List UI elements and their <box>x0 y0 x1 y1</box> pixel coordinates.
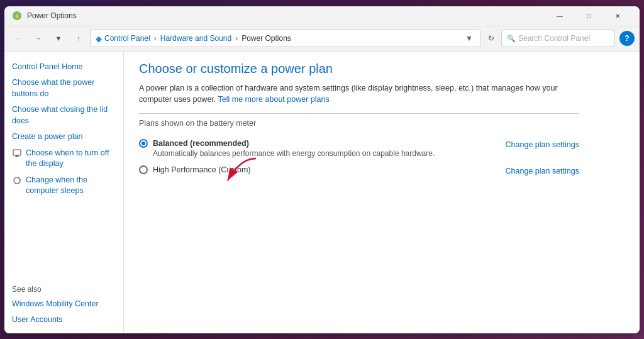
svg-text:⚡: ⚡ <box>13 12 21 20</box>
plan-balanced-desc: Automatically balances performance with … <box>139 149 435 158</box>
breadcrumb-sep-1: › <box>154 34 157 43</box>
sidebar-item-turn-off-display[interactable]: Choose when to turn off the display <box>4 145 123 172</box>
minimize-button[interactable]: — <box>545 6 574 26</box>
close-button[interactable]: ✕ <box>603 6 632 26</box>
plan-row-balanced: Balanced (recommended) Automatically bal… <box>139 135 579 162</box>
help-button[interactable]: ? <box>619 31 635 46</box>
radio-balanced[interactable] <box>139 139 148 148</box>
breadcrumb-current: Power Options <box>242 34 291 43</box>
svg-rect-2 <box>13 150 21 155</box>
tell-me-more-link[interactable]: Tell me more about power plans <box>218 95 330 104</box>
see-also-label: See also <box>4 275 123 296</box>
up-button[interactable]: ↑ <box>70 30 87 47</box>
shield-icon: ◆ <box>96 34 102 43</box>
window-icon: ⚡ <box>12 11 22 21</box>
divider <box>139 113 579 114</box>
address-bar: ← → ▼ ↑ ◆ Control Panel › Hardware and S… <box>4 26 640 52</box>
search-icon: 🔍 <box>507 35 516 43</box>
breadcrumb-control-panel[interactable]: Control Panel <box>104 34 150 43</box>
content-description: A power plan is a collection of hardware… <box>139 82 567 106</box>
sidebar-item-computer-sleeps[interactable]: Change when the computer sleeps <box>4 172 123 199</box>
plan-balanced-name-row: Balanced (recommended) <box>139 139 435 148</box>
maximize-button[interactable]: □ <box>574 6 603 26</box>
address-box[interactable]: ◆ Control Panel › Hardware and Sound › P… <box>90 30 481 47</box>
sidebar: Control Panel Home Choose what the power… <box>4 52 124 333</box>
content-wrapper: Choose or customize a power plan A power… <box>124 52 640 333</box>
title-bar: ⚡ Power Options — □ ✕ <box>4 6 640 26</box>
change-plan-high-perf-link[interactable]: Change plan settings <box>506 165 579 175</box>
search-box[interactable]: 🔍 Search Control Panel <box>501 30 614 47</box>
sidebar-item-power-buttons[interactable]: Choose what the power buttons do <box>4 75 123 102</box>
plan-balanced-name: Balanced (recommended) <box>153 139 249 148</box>
refresh-button[interactable]: ↻ <box>484 31 499 46</box>
sidebar-item-control-panel-home[interactable]: Control Panel Home <box>4 59 123 75</box>
plan-high-perf-name: High Performance (Custom) <box>153 165 251 174</box>
breadcrumb-sep-2: › <box>235 34 238 43</box>
window-title: Power Options <box>27 11 545 20</box>
recent-button[interactable]: ▼ <box>50 30 67 47</box>
sidebar-item-user-accounts[interactable]: User Accounts <box>4 312 123 328</box>
plan-high-perf-name-row: High Performance (Custom) <box>139 165 251 174</box>
address-dropdown[interactable]: ▼ <box>463 32 475 45</box>
main-area: Control Panel Home Choose what the power… <box>4 52 640 333</box>
breadcrumb-hardware-sound[interactable]: Hardware and Sound <box>160 34 231 43</box>
plans-label: Plans shown on the battery meter <box>139 119 625 128</box>
window: ⚡ Power Options — □ ✕ ← → ▼ ↑ ◆ Control … <box>4 6 640 333</box>
radio-high-perf[interactable] <box>139 165 148 174</box>
turn-off-display-label: Choose when to turn off the display <box>26 148 116 170</box>
content-area: Choose or customize a power plan A power… <box>124 52 640 333</box>
plan-high-perf-info: High Performance (Custom) <box>139 165 251 174</box>
computer-sleeps-label: Change when the computer sleeps <box>26 175 116 197</box>
plan-row-high-perf: High Performance (Custom) Change plan se… <box>139 162 579 179</box>
sidebar-item-mobility-center[interactable]: Windows Mobility Center <box>4 296 123 313</box>
sleep-icon <box>12 175 22 186</box>
search-placeholder: Search Control Panel <box>518 34 590 43</box>
forward-button[interactable]: → <box>30 30 47 47</box>
change-plan-balanced-link[interactable]: Change plan settings <box>506 139 579 149</box>
window-controls: — □ ✕ <box>545 6 632 26</box>
sidebar-item-create-plan[interactable]: Create a power plan <box>4 129 123 145</box>
plan-balanced-info: Balanced (recommended) Automatically bal… <box>139 139 435 158</box>
page-title: Choose or customize a power plan <box>139 62 625 76</box>
sidebar-item-closing-lid[interactable]: Choose what closing the lid does <box>4 102 123 129</box>
monitor-icon <box>12 148 22 158</box>
back-button[interactable]: ← <box>9 30 27 47</box>
